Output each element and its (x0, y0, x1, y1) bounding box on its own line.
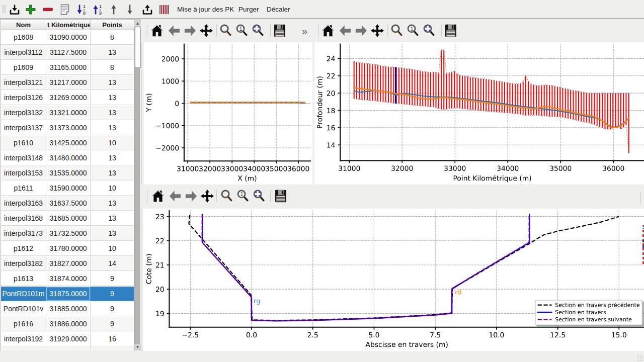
svg-text:1: 1 (411, 26, 414, 32)
svg-text:1: 1 (240, 191, 244, 197)
svg-text:1: 1 (83, 4, 86, 9)
svg-text:1: 1 (239, 26, 243, 32)
svg-text:9: 9 (83, 11, 86, 16)
svg-text:9: 9 (99, 11, 102, 16)
svg-text:1: 1 (99, 4, 102, 9)
